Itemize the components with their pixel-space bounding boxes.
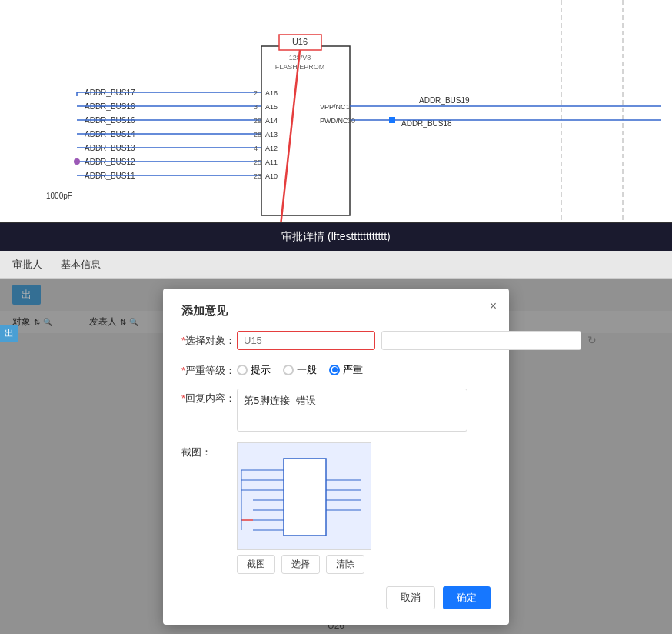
title-text: 审批详情 (lftestttttttttttt) <box>281 230 391 244</box>
radio-hint[interactable]: 提示 <box>237 363 271 377</box>
svg-text:25: 25 <box>254 158 261 166</box>
form-row-content: *回复内容： 第5脚连接 错误 <box>181 389 491 432</box>
svg-text:U16: U16 <box>292 37 308 46</box>
form-row-severity: *严重等级： 提示 一般 严重 <box>181 361 491 378</box>
modal-footer: 取消 确定 <box>181 586 491 609</box>
svg-text:30: 30 <box>348 117 355 125</box>
svg-text:FLASH EPROM: FLASH EPROM <box>275 63 325 71</box>
modal-title: 添加意见 <box>181 304 491 319</box>
svg-text:A15: A15 <box>265 103 278 111</box>
radio-severe-dot <box>329 365 340 375</box>
svg-text:A10: A10 <box>265 172 278 180</box>
svg-text:A12: A12 <box>265 145 278 152</box>
form-row-target: *选择对象： ↻ <box>181 331 491 350</box>
svg-text:A11: A11 <box>265 158 278 166</box>
svg-text:A14: A14 <box>265 117 278 125</box>
title-bar: 审批详情 (lftestttttttttttt) <box>0 223 672 251</box>
severity-label: *严重等级： <box>181 361 237 378</box>
modal-close-button[interactable]: × <box>490 299 497 313</box>
svg-text:2: 2 <box>254 89 258 97</box>
svg-text:3: 3 <box>254 103 258 111</box>
svg-text:VPP/NC: VPP/NC <box>320 103 346 111</box>
screenshot-preview <box>237 442 371 550</box>
select-target-wrap: ↻ <box>237 331 597 350</box>
required-star-3: * <box>181 392 185 404</box>
screenshot-section: 截图： <box>181 442 491 574</box>
svg-text:4: 4 <box>254 145 258 152</box>
required-star: * <box>181 335 185 346</box>
svg-text:ADDR_BUS19: ADDR_BUS19 <box>419 96 470 105</box>
confirm-button[interactable]: 确定 <box>443 586 491 609</box>
select-target-input[interactable] <box>237 331 375 350</box>
tab-basic-info[interactable]: 基本信息 <box>61 255 101 275</box>
content-textarea[interactable]: 第5脚连接 错误 <box>237 389 467 432</box>
screenshot-label: 截图： <box>181 442 237 459</box>
schematic-svg: U16 128/V8 FLASH EPROM A16 2 ADDR_BUS17 … <box>0 0 672 223</box>
mini-schematic-svg <box>238 443 371 550</box>
svg-text:A16: A16 <box>265 89 278 97</box>
select-btn[interactable]: 选择 <box>281 555 320 574</box>
svg-text:23: 23 <box>254 172 261 180</box>
modal-overlay: 添加意见 × *选择对象： ↻ *严重等级： <box>0 279 672 634</box>
svg-rect-60 <box>284 459 326 536</box>
svg-text:A13: A13 <box>265 131 278 138</box>
required-star-2: * <box>181 365 185 376</box>
screenshot-preview-wrap: 截图 选择 清除 <box>237 442 371 574</box>
left-ie-label: 出 <box>0 325 18 342</box>
screenshot-buttons: 截图 选择 清除 <box>237 555 371 574</box>
svg-text:29: 29 <box>254 117 261 125</box>
radio-normal-dot <box>283 365 294 375</box>
screenshot-btn[interactable]: 截图 <box>237 555 275 574</box>
select-target-label: *选择对象： <box>181 331 237 348</box>
svg-point-39 <box>74 158 80 165</box>
select-target-extra-input[interactable] <box>381 331 581 350</box>
radio-hint-label: 提示 <box>251 363 271 377</box>
refresh-icon[interactable]: ↻ <box>587 334 597 346</box>
svg-rect-54 <box>389 117 395 123</box>
radio-normal[interactable]: 一般 <box>283 363 317 377</box>
tab-bar: 审批人 基本信息 <box>0 251 672 279</box>
radio-severe-label: 严重 <box>343 363 363 377</box>
svg-text:28: 28 <box>254 131 261 138</box>
radio-hint-dot <box>237 365 248 375</box>
clear-btn[interactable]: 清除 <box>326 555 364 574</box>
svg-text:1: 1 <box>346 103 350 111</box>
tab-approver[interactable]: 审批人 <box>12 255 42 275</box>
svg-text:1000pF: 1000pF <box>46 192 72 200</box>
radio-severe[interactable]: 严重 <box>329 363 363 377</box>
content-label: *回复内容： <box>181 389 237 405</box>
cancel-button[interactable]: 取消 <box>386 586 435 609</box>
severity-radio-group: 提示 一般 严重 <box>237 361 363 377</box>
svg-text:PWD/NC: PWD/NC <box>320 117 348 125</box>
schematic-area: U16 128/V8 FLASH EPROM A16 2 ADDR_BUS17 … <box>0 0 672 223</box>
add-comment-modal: 添加意见 × *选择对象： ↻ *严重等级： <box>163 289 509 625</box>
content-area: 出 对象 ⇅ 🔍 发表人 ⇅ 🔍 @人 选项 ⇅ 🔍 发表时 <box>0 279 672 634</box>
radio-normal-label: 一般 <box>297 363 317 377</box>
